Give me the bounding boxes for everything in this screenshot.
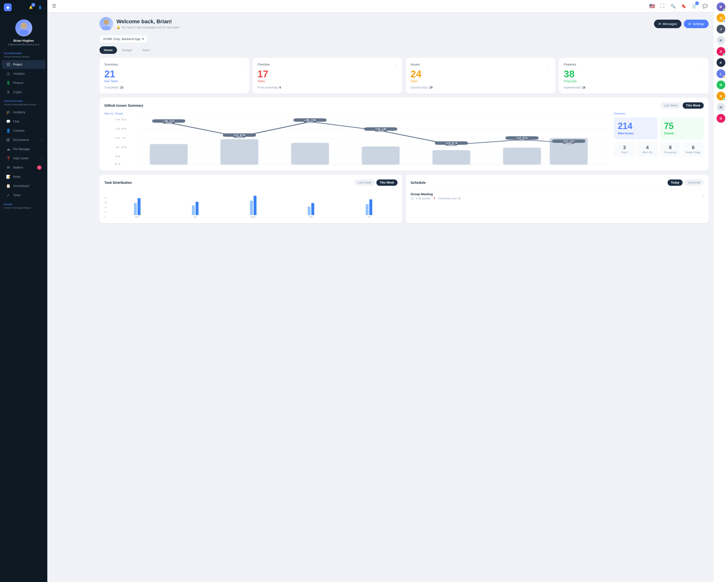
stat-label-summary: Due Tasks [104,80,244,83]
bell-icon: 🔔 [116,26,120,29]
stat-menu-summary[interactable]: ⋮ [240,62,244,67]
sidebar-label-crypto: Crypto [13,90,22,94]
welcome-text: Welcome back, Brian! 🔔 You have 2 new me… [116,19,180,29]
svg-text:9: 9 [114,155,121,158]
notifications-icon[interactable]: 🔔 3 [27,4,34,11]
search-icon[interactable]: 🔍 [669,2,677,10]
rp-avatar-8[interactable]: R [717,81,725,89]
pages-section-sublabel: Custom made page designs [0,206,47,211]
sidebar-label-ecommerce: ECommerce [13,138,29,142]
fixed-label: Fixed [616,151,633,154]
mini-stat-wontfix: 4 Won't Fix [637,142,658,157]
svg-text:0: 0 [114,163,121,165]
user-circle-icon[interactable]: 👤 [37,4,44,11]
stat-number-features: 38 [564,69,704,79]
messages-button[interactable]: ✉ Messages [654,20,681,28]
project-selector[interactable]: ACME Corp. Backend App ▾ [100,35,148,43]
svg-text:28: 28 [233,134,245,136]
right-panel: B S J M A K L R N M D [713,0,728,582]
project-icon: ☑ [6,62,11,67]
analytics-icon: ◷ [6,72,11,76]
closed-number: 75 [664,122,700,131]
cart-badge: 5 [695,1,699,5]
user-name: Brian Hughes [14,39,34,43]
schedule-today-btn[interactable]: Today [668,179,683,186]
sidebar-label-project: Project [13,63,22,66]
app-logo[interactable]: ◆ [4,3,11,11]
flag-icon[interactable]: 🇺🇸 [649,3,655,9]
github-overview-area: Overview 214 New Issues 75 Closed 3 Fixe… [614,112,704,166]
sidebar-label-analytics: Analytics [13,72,25,76]
academy-icon: 🎓 [6,110,11,114]
cart-icon[interactable]: 🛒 5 [691,2,698,10]
rp-avatar-7[interactable]: L [717,70,725,78]
stat-title-summary: Summary [104,62,118,66]
mini-stat-fixed: 3 Fixed [614,142,635,157]
rp-avatar-4[interactable]: M [717,36,725,45]
main-content: Welcome back, Brian! 🔔 You have 2 new me… [95,12,713,582]
rp-avatar-11[interactable]: D [717,114,725,123]
svg-point-5 [102,26,111,30]
task-dist-last-week-btn[interactable]: Last Week [354,179,375,186]
sidebar-item-ecommerce[interactable]: 🛒 ECommerce › [2,136,45,144]
rp-avatar-1[interactable]: B [717,2,725,11]
welcome-actions: ✉ Messages ⚙ Settings [654,20,709,28]
sidebar-item-notes[interactable]: 📝 Notes [2,172,45,181]
rp-avatar-9[interactable]: N [717,92,725,101]
sidebar-item-crypto[interactable]: $ Crypto [2,88,45,96]
schedule-tomorrow-btn[interactable]: Tomorrow [684,179,704,186]
rp-avatar-2[interactable]: S [717,13,725,22]
meeting-meta: 🕐 in 32 minutes 📍 Conference room 1B [411,197,461,200]
sidebar-item-contacts[interactable]: 👤 Contacts [2,126,45,135]
menu-icon[interactable]: ☰ [52,3,56,9]
bookmark-icon[interactable]: 🔖 [680,2,687,10]
fullscreen-icon[interactable]: ⛶ [658,2,666,10]
github-last-week-btn[interactable]: Last Week [660,102,681,109]
rp-avatar-6[interactable]: K [717,58,725,67]
sidebar-item-scrumboard[interactable]: 📋 Scrumboard [2,182,45,190]
github-issues-section: Github Issues Summary Last Week This Wee… [100,98,709,171]
stat-menu-issues[interactable]: ⋮ [547,62,551,67]
chart-label: New vs. Closed [104,112,609,115]
schedule-title: Schedule [411,181,426,185]
tab-team[interactable]: Team [137,46,154,54]
stat-number-issues: 24 [411,69,551,79]
sidebar-item-tasks[interactable]: ✓ Tasks [2,191,45,200]
main-tabs: Home Budget Team [100,46,709,54]
meeting-title: Group Meeting [411,192,461,196]
sidebar-item-mailbox[interactable]: ✉ Mailbox 27 [2,163,45,172]
svg-text:42: 42 [162,120,175,122]
task-dist-this-week-btn[interactable]: This Week [376,179,397,186]
sidebar-header-icons: 🔔 3 👤 [27,4,44,11]
bottom-row: Task Distribution Last Week This Week 40… [100,175,709,223]
tab-home[interactable]: Home [100,46,117,54]
tab-budget[interactable]: Budget [118,46,137,54]
stat-menu-overdue[interactable]: ⋮ [394,62,397,67]
reopened-label: Re-opened [662,151,679,154]
rp-avatar-5[interactable]: A [717,47,725,56]
svg-text:34: 34 [374,128,387,130]
user-avatar[interactable] [15,20,32,36]
sidebar-label-scrumboard: Scrumboard [13,184,29,188]
sidebar-item-analytics[interactable]: ◷ Analytics [2,70,45,78]
help-center-icon: ❓ [6,156,11,161]
rp-avatar-10[interactable]: M [717,103,725,112]
settings-button[interactable]: ⚙ Settings [684,20,709,28]
stat-card-features: Features ⋮ 38 Proposals Implemented: 16 [559,58,709,93]
sidebar-item-help-center[interactable]: ❓ Help Center › [2,154,45,163]
sidebar-item-chat[interactable]: 💬 Chat [2,117,45,126]
rp-avatar-3[interactable]: J [717,25,725,33]
chat-topbar-icon[interactable]: 💬 [701,2,709,10]
sidebar-item-project[interactable]: ☑ Project [2,60,45,69]
sidebar-label-finance: Finance [13,81,24,85]
stat-menu-features[interactable]: ⋮ [700,62,704,67]
mini-stat-reopened: 8 Re-opened [660,142,681,157]
location-icon: 📍 [433,197,436,200]
sidebar-item-file-manager[interactable]: ☁ File Manager [2,145,45,154]
closed-card: 75 Closed [660,117,704,139]
sidebar-item-academy[interactable]: 🎓 Academy [2,108,45,117]
ecommerce-icon: 🛒 [6,138,11,142]
meeting-arrow-icon[interactable]: › [703,194,704,198]
github-this-week-btn[interactable]: This Week [683,102,704,109]
sidebar-item-finance[interactable]: 💲 Finance [2,79,45,87]
